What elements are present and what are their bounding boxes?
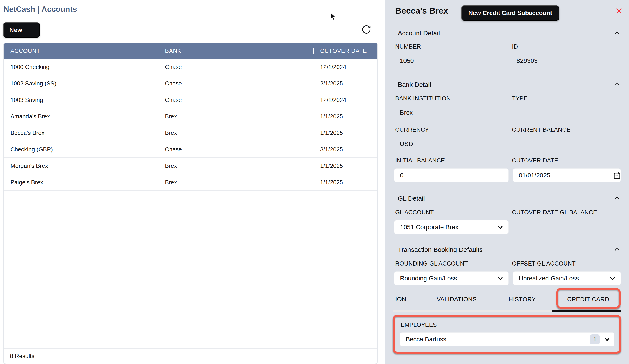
employees-select[interactable]: Becca Barfuss 1 bbox=[400, 332, 615, 346]
rounding-gl-account-select[interactable]: Rounding Gain/Loss bbox=[394, 271, 508, 285]
cell-account: Morgan's Brex bbox=[4, 163, 157, 169]
chevron-up-icon[interactable] bbox=[613, 194, 621, 202]
column-header-cutover-date[interactable]: CUTOVER DATE bbox=[313, 43, 377, 59]
tab-credit-card[interactable]: CREDIT CARD bbox=[567, 296, 609, 303]
table-row[interactable]: Morgan's Brex Brex 1/1/2025 bbox=[4, 158, 377, 174]
account-detail-panel: Becca's Brex New Credit Card Subaccount … bbox=[385, 0, 629, 364]
currency-value: USD bbox=[400, 140, 413, 147]
chevron-down-icon bbox=[497, 224, 504, 233]
cell-cutover-date: 2/1/2025 bbox=[313, 80, 377, 87]
cell-bank: Chase bbox=[157, 97, 313, 104]
column-header-bank[interactable]: BANK bbox=[157, 43, 313, 59]
table-row[interactable]: 1000 Checking Chase 12/1/2024 bbox=[4, 59, 377, 76]
cell-cutover-date: 1/1/2025 bbox=[313, 163, 377, 169]
table-row[interactable]: Checking (GBP) Chase 3/1/2025 bbox=[4, 141, 377, 158]
chevron-down-icon bbox=[603, 336, 611, 345]
cell-bank: Brex bbox=[157, 179, 313, 186]
id-value: 829303 bbox=[517, 57, 538, 64]
table-row[interactable]: 1002 Saving (SS) Chase 2/1/2025 bbox=[4, 76, 377, 92]
bank-institution-value: Brex bbox=[400, 109, 413, 116]
close-panel-button[interactable] bbox=[615, 6, 623, 15]
gl-account-label: GL ACCOUNT bbox=[395, 209, 434, 216]
chevron-up-icon[interactable] bbox=[613, 245, 621, 253]
column-resize-handle[interactable] bbox=[157, 48, 158, 54]
results-count: 8 Results bbox=[4, 353, 34, 360]
rounding-gl-account-select-value: Rounding Gain/Loss bbox=[400, 275, 457, 282]
new-account-button-label: New bbox=[9, 26, 22, 34]
offset-gl-account-label: OFFSET GL ACCOUNT bbox=[512, 260, 576, 267]
new-credit-card-subaccount-label: New Credit Card Subaccount bbox=[469, 9, 552, 16]
cell-cutover-date: 12/1/2024 bbox=[313, 97, 377, 104]
cutover-gl-balance-label: CUTOVER DATE GL BALANCE bbox=[512, 209, 597, 216]
calendar-icon[interactable] bbox=[613, 171, 621, 180]
section-title-gl-detail: GL Detail bbox=[398, 195, 425, 202]
chevron-up-icon[interactable] bbox=[613, 81, 621, 88]
offset-gl-account-select-value: Unrealized Gain/Loss bbox=[519, 275, 579, 282]
close-icon bbox=[615, 7, 623, 14]
table-footer: 8 Results bbox=[4, 348, 377, 364]
cell-bank: Chase bbox=[157, 64, 313, 71]
cell-account: Amanda's Brex bbox=[4, 113, 157, 120]
detail-panel-title: Becca's Brex bbox=[395, 6, 448, 16]
refresh-button[interactable] bbox=[361, 24, 372, 35]
initial-balance-label: INITIAL BALANCE bbox=[395, 157, 445, 164]
cell-account: 1000 Checking bbox=[4, 64, 157, 71]
rounding-gl-account-label: ROUNDING GL ACCOUNT bbox=[395, 260, 468, 267]
cell-cutover-date: 1/1/2025 bbox=[313, 179, 377, 186]
cutover-date-input[interactable] bbox=[513, 168, 621, 182]
cell-account: 1003 Saving bbox=[4, 97, 157, 104]
cell-bank: Brex bbox=[157, 113, 313, 120]
accounts-table: ACCOUNT BANK CUTOVER DATE 1000 Checking … bbox=[3, 42, 378, 364]
section-title-bank-detail: Bank Detail bbox=[398, 81, 431, 88]
initial-balance-input[interactable] bbox=[394, 168, 508, 182]
table-row[interactable]: Becca's Brex Brex 1/1/2025 bbox=[4, 125, 377, 141]
column-header-account[interactable]: ACCOUNT bbox=[4, 43, 157, 59]
refresh-icon bbox=[361, 24, 371, 34]
app-window: NetCash | Accounts New ACCOUNT BANK CUTO… bbox=[0, 0, 629, 364]
tab-history[interactable]: HISTORY bbox=[508, 296, 536, 303]
cell-cutover-date: 1/1/2025 bbox=[313, 130, 377, 136]
offset-gl-account-select[interactable]: Unrealized Gain/Loss bbox=[513, 271, 621, 285]
cell-cutover-date: 3/1/2025 bbox=[313, 146, 377, 153]
cell-account: 1002 Saving (SS) bbox=[4, 80, 157, 87]
chevron-down-icon bbox=[497, 275, 504, 284]
cell-bank: Brex bbox=[157, 163, 313, 169]
currency-label: CURRENCY bbox=[395, 126, 429, 133]
page-title: NetCash | Accounts bbox=[3, 5, 77, 14]
cell-account: Checking (GBP) bbox=[4, 146, 157, 153]
tab-validations[interactable]: VALIDATIONS bbox=[437, 296, 477, 303]
column-header-cutover-date-label: CUTOVER DATE bbox=[320, 48, 367, 54]
tab-scrollbar-track[interactable] bbox=[393, 310, 621, 312]
cell-bank: Chase bbox=[157, 80, 313, 87]
employees-label: EMPLOYEES bbox=[401, 322, 437, 328]
column-header-bank-label: BANK bbox=[165, 48, 181, 54]
cell-cutover-date: 1/1/2025 bbox=[313, 113, 377, 120]
section-title-account-detail: Account Detail bbox=[398, 29, 440, 37]
plus-icon bbox=[26, 26, 34, 34]
cell-bank: Chase bbox=[157, 146, 313, 153]
cell-bank: Brex bbox=[157, 130, 313, 136]
new-account-button[interactable]: New bbox=[3, 22, 40, 37]
gl-account-select[interactable]: 1051 Corporate Brex bbox=[394, 220, 508, 234]
cell-cutover-date: 12/1/2024 bbox=[313, 64, 377, 71]
mouse-cursor bbox=[328, 11, 338, 22]
chevron-up-icon[interactable] bbox=[613, 29, 621, 36]
chevron-down-icon bbox=[609, 275, 616, 284]
cutover-date-label: CUTOVER DATE bbox=[512, 157, 558, 164]
employees-select-value: Becca Barfuss bbox=[406, 336, 446, 343]
accounts-table-header: ACCOUNT BANK CUTOVER DATE bbox=[4, 43, 377, 59]
current-balance-label: CURRENT BALANCE bbox=[512, 126, 571, 133]
bank-institution-label: BANK INSTITUTION bbox=[395, 95, 451, 102]
id-label: ID bbox=[512, 43, 518, 50]
cell-account: Paige's Brex bbox=[4, 179, 157, 186]
new-credit-card-subaccount-button[interactable]: New Credit Card Subaccount bbox=[462, 5, 559, 21]
column-resize-handle[interactable] bbox=[313, 48, 314, 54]
table-row[interactable]: 1003 Saving Chase 12/1/2024 bbox=[4, 92, 377, 109]
section-title-booking-defaults: Transaction Booking Defaults bbox=[398, 246, 483, 253]
table-row[interactable]: Amanda's Brex Brex 1/1/2025 bbox=[4, 109, 377, 125]
tab-ion[interactable]: ION bbox=[395, 296, 406, 303]
table-row[interactable]: Paige's Brex Brex 1/1/2025 bbox=[4, 174, 377, 191]
tab-scrollbar-thumb[interactable] bbox=[552, 310, 621, 312]
type-label: TYPE bbox=[512, 95, 528, 102]
number-value: 1050 bbox=[400, 57, 414, 64]
